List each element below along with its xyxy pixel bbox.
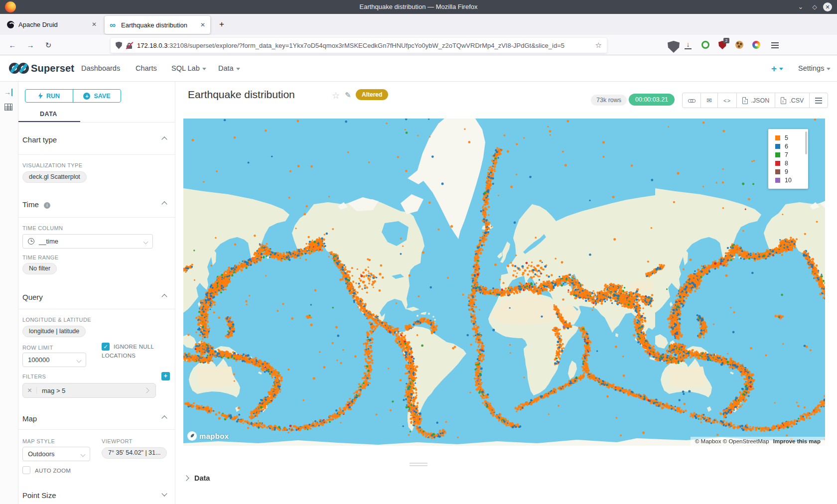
brand-name[interactable]: Superset [31,63,74,74]
dataset-grid-icon[interactable] [4,104,12,111]
superset-logo[interactable] [8,60,30,77]
legend-item[interactable]: 10 [775,176,808,184]
chevron-down-icon [236,68,240,70]
link-icon [688,97,695,104]
tab-close-icon[interactable]: ✕ [92,21,97,28]
altered-badge: Altered [356,89,388,100]
expand-datasource-icon[interactable]: → [4,89,12,96]
save-button[interactable]: + SAVE [73,90,121,102]
legend-item[interactable]: 5 [775,133,808,142]
favorite-star-icon[interactable]: ☆ [332,90,340,101]
legend-swatch [775,169,780,174]
time-range-pill[interactable]: No filter [22,263,57,274]
legend-item[interactable]: 7 [775,150,808,159]
envelope-icon: ✉ [706,97,712,104]
time-column-select[interactable]: __time [22,234,153,249]
edit-properties-icon[interactable]: ✎ [345,91,351,100]
chevron-down-icon [779,68,783,70]
legend-item[interactable]: 8 [775,159,808,167]
nav-data[interactable]: Data [218,64,240,72]
container-extension-icon[interactable] [752,41,760,49]
window-title: Earthquake distribution — Mozilla Firefo… [0,0,837,14]
chevron-down-icon [81,452,86,457]
map-style-select[interactable]: Outdoors [22,447,90,461]
extension-green-icon[interactable] [701,41,709,49]
legend-scrollbar[interactable] [805,131,807,154]
copy-link-button[interactable] [683,93,701,108]
datasource-rail: → [0,82,18,504]
section-query[interactable]: Query [22,293,171,301]
circle-plus-icon: + [83,93,90,100]
lonlat-pill[interactable]: longitude | latitude [22,326,86,337]
viz-type-label: VISUALIZATION TYPE [22,162,83,168]
browser-menu-icon[interactable] [771,45,779,46]
forward-button[interactable]: → [24,39,37,52]
panel-drag-handle[interactable] [410,463,427,468]
legend-item[interactable]: 6 [775,142,808,150]
legend-item[interactable]: 9 [775,167,808,176]
viz-type-pill[interactable]: deck.gl Scatterplot [22,171,87,183]
filter-chip[interactable]: ✕ mag > 5 [22,383,156,398]
ignore-null-label-2: LOCATIONS [102,353,136,359]
url-bar[interactable]: 172.18.0.3:32108/superset/explore/?form_… [111,38,607,53]
section-point-size[interactable]: Point Size [22,491,171,500]
remove-filter-icon[interactable]: ✕ [23,387,37,394]
filter-expression: mag > 5 [37,387,144,394]
tab-close-icon[interactable]: ✕ [200,21,205,28]
viewport-label: VIEWPORT [102,438,133,444]
menu-icon [815,100,822,101]
tab-data[interactable]: DATA [40,111,57,118]
row-limit-label: ROW LIMIT [22,345,53,351]
section-time[interactable]: Time i [22,200,171,209]
nav-dashboards[interactable]: Dashboards [81,64,120,72]
chevron-down-icon [77,358,82,363]
embed-code-button[interactable]: <> [718,93,737,108]
bookmark-star-icon[interactable]: ☆ [595,41,602,50]
window-close-button[interactable]: ✕ [823,2,832,11]
deckgl-scatter-map[interactable]: 5678910 mapbox © Mapbox © OpenStreetMap … [183,119,825,446]
add-filter-button[interactable]: + [161,372,170,380]
chevron-right-icon [143,387,149,393]
email-button[interactable]: ✉ [701,93,718,108]
add-new-button[interactable]: + [771,63,783,74]
download-icon[interactable]: ↓ [685,41,692,49]
control-panel: RUN + SAVE DATA Chart type VISUALIZATION… [18,82,175,504]
chevron-down-icon [827,68,831,70]
tab-earthquake-distribution[interactable]: ∞ Earthquake distribution ✕ [105,16,210,34]
ignore-null-checkbox[interactable]: ✓ [102,343,110,351]
nav-charts[interactable]: Charts [136,64,157,72]
mapbox-logo[interactable]: mapbox [187,431,229,441]
row-limit-select[interactable]: 100000 [22,353,86,367]
window-minimize-button[interactable]: ⌄ [796,2,805,11]
legend-swatch [775,152,780,157]
chart-action-group: ✉ <> ≡ .JSON x .CSV [682,93,828,108]
run-button[interactable]: RUN [25,90,73,102]
tab-apache-druid[interactable]: Apache Druid ✕ [2,14,102,35]
superset-favicon: ∞ [110,21,117,29]
new-tab-button[interactable]: + [215,18,228,31]
export-json-button[interactable]: ≡ .JSON [737,93,775,108]
chart-header: Earthquake distribution ☆ ✎ Altered 73k … [175,82,837,111]
permissions-shield-icon[interactable] [668,41,680,53]
settings-menu[interactable]: Settings [798,64,831,72]
query-timer-badge: 00:00:03.21 [629,94,675,106]
ignore-null-label: IGNORE NULL [114,344,154,350]
tracking-protection-shield-icon[interactable] [116,42,122,49]
reload-button[interactable]: ↻ [42,39,55,52]
improve-map-link[interactable]: Improve this map [773,438,821,444]
cookie-extension-icon[interactable] [735,41,743,49]
nav-sql-lab[interactable]: SQL Lab [171,64,206,72]
lightning-icon [38,93,43,99]
window-maximize-button[interactable]: ◇ [810,2,819,11]
export-csv-button[interactable]: x .CSV [775,93,810,108]
legend-label: 9 [785,168,788,175]
auto-zoom-checkbox[interactable] [22,466,30,474]
data-results-toggle[interactable]: Data [184,474,210,482]
auto-zoom-label: AUTO ZOOM [35,468,71,474]
chart-menu-button[interactable] [810,93,828,108]
viewport-pill[interactable]: 7° 35' 54.02" | 31... [102,447,167,459]
section-chart-type[interactable]: Chart type [22,135,171,144]
legend-label: 10 [785,177,792,184]
section-map[interactable]: Map [22,414,171,423]
back-button[interactable]: ← [6,39,19,52]
